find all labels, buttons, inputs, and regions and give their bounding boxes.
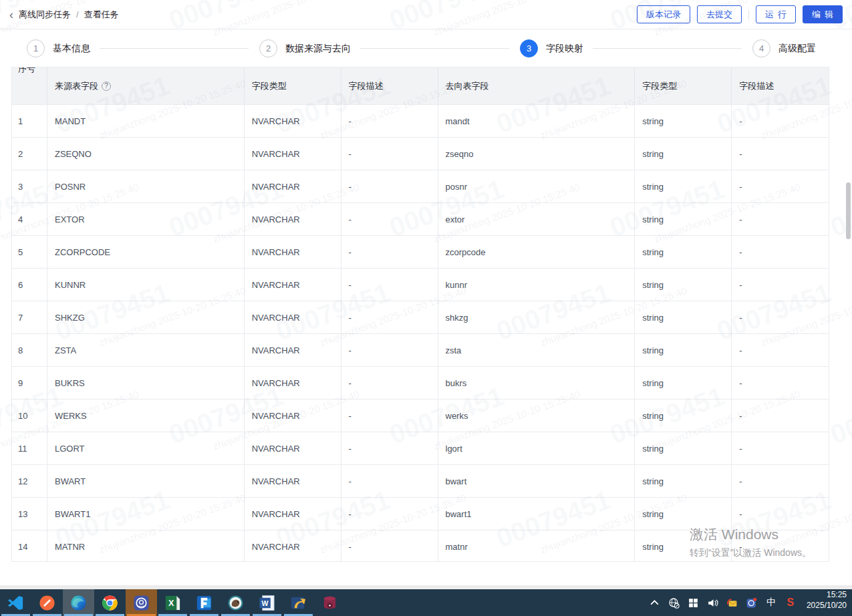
- column-header-2: 字段类型: [245, 67, 341, 104]
- cell-source-field: LGORT: [47, 432, 245, 464]
- cell-source-field: BUKRS: [47, 367, 245, 399]
- breadcrumb-parent[interactable]: 离线同步任务: [19, 9, 71, 21]
- cell-row-number: 14: [12, 530, 47, 562]
- network-globe-icon[interactable]: [668, 596, 681, 609]
- cell-row-number: 9: [12, 367, 47, 399]
- cell-target-desc: -: [732, 334, 829, 366]
- cell-source-type: NVARCHAR: [245, 465, 341, 497]
- dbeaver-icon: [227, 594, 245, 612]
- cell-target-type: string: [635, 465, 732, 497]
- column-header-3: 字段描述: [341, 67, 438, 104]
- column-header-label: 字段类型: [642, 80, 677, 92]
- clock-date: 2025/10/20: [807, 600, 847, 611]
- cell-row-number: 11: [12, 432, 47, 464]
- excel-icon: X: [164, 594, 182, 612]
- vertical-scrollbar-thumb[interactable]: [846, 182, 851, 239]
- cell-source-type: NVARCHAR: [245, 400, 341, 432]
- chevron-up-icon[interactable]: [648, 596, 662, 609]
- cell-row-number: 2: [12, 138, 47, 170]
- cell-row-number: 12: [12, 465, 47, 497]
- cell-row-number: 10: [12, 400, 47, 432]
- cell-target-desc: -: [732, 236, 829, 268]
- cell-source-desc: -: [341, 170, 438, 202]
- cell-target-type: string: [635, 105, 732, 137]
- volume-icon[interactable]: [706, 596, 720, 609]
- run-button[interactable]: 运行: [756, 5, 796, 23]
- cell-target-desc: -: [732, 105, 829, 137]
- step-2[interactable]: 2数据来源与去向: [259, 39, 360, 57]
- field-mapping-table: 序号来源表字段?字段类型字段描述去向表字段字段类型字段描述1MANDTNVARC…: [11, 67, 829, 562]
- table-row: 4EXTORNVARCHAR-extorstring-: [12, 202, 829, 235]
- cell-row-number: 5: [12, 236, 47, 268]
- cell-source-field: POSNR: [47, 170, 245, 202]
- cell-source-type: NVARCHAR: [245, 498, 341, 530]
- cell-source-type: NVARCHAR: [245, 530, 341, 562]
- taskbar-chrome[interactable]: [94, 589, 126, 616]
- step-connector: [100, 48, 249, 49]
- edit-button[interactable]: 编辑: [803, 5, 843, 23]
- taskbar-excel[interactable]: X: [157, 589, 188, 616]
- taskbar-dbeaver[interactable]: [220, 589, 251, 616]
- taskbar-vscode[interactable]: [0, 589, 31, 616]
- sogou-icon[interactable]: S: [784, 596, 797, 609]
- taskbar-word[interactable]: W: [251, 589, 283, 616]
- taskbar-sync-tool[interactable]: [126, 589, 157, 616]
- ime-zh-indicator[interactable]: 中: [764, 596, 778, 609]
- cell-source-desc: -: [341, 269, 438, 301]
- cell-source-type: NVARCHAR: [245, 432, 341, 464]
- windows-activation-notice: 激活 Windows 转到“设置”以激活 Windows。: [690, 525, 811, 559]
- cell-target-desc: -: [732, 170, 829, 202]
- column-header-label: 去向表字段: [446, 80, 489, 92]
- step-4[interactable]: 4高级配置: [752, 39, 825, 57]
- cell-source-desc: -: [341, 432, 438, 464]
- column-header-label: 字段描述: [349, 80, 384, 92]
- help-icon[interactable]: ?: [102, 82, 111, 91]
- step-1[interactable]: 1基本信息: [27, 39, 100, 57]
- taskbar-clock[interactable]: 15:25 2025/10/20: [804, 589, 852, 616]
- step-3[interactable]: 3字段映射: [520, 39, 593, 57]
- taskbar-blue-f-app[interactable]: [188, 589, 220, 616]
- step-label: 数据来源与去向: [285, 43, 351, 55]
- top-bar: ‹ 离线同步任务 / 查看任务 版本记录 去提交 运行 编辑: [0, 0, 852, 29]
- database-app-icon: [321, 594, 339, 612]
- column-header-5: 字段类型: [635, 67, 732, 104]
- cell-row-number: 7: [12, 301, 47, 333]
- go-submit-button[interactable]: 去提交: [697, 5, 742, 23]
- win-grid-icon[interactable]: [687, 596, 700, 609]
- cell-target-field: bwart1: [438, 498, 635, 530]
- pen-app-icon: [38, 594, 56, 612]
- version-history-button[interactable]: 版本记录: [637, 5, 690, 23]
- back-chevron-icon[interactable]: ‹: [9, 9, 13, 21]
- button-divider: [748, 10, 749, 19]
- cell-target-field: matnr: [438, 530, 635, 562]
- cell-target-desc: -: [732, 203, 829, 235]
- cell-source-type: NVARCHAR: [245, 269, 341, 301]
- cell-target-type: string: [635, 301, 732, 333]
- activation-subtitle: 转到“设置”以激活 Windows。: [690, 547, 811, 559]
- cell-target-field: extor: [438, 203, 635, 235]
- chrome-icon: [101, 594, 119, 612]
- vscode-icon: [7, 594, 25, 612]
- cell-source-desc: -: [341, 465, 438, 497]
- column-header-label: 序号: [18, 67, 35, 75]
- table-row: 9BUKRSNVARCHAR-bukrsstring-: [12, 366, 829, 399]
- table-row: 10WERKSNVARCHAR-werksstring-: [12, 399, 829, 432]
- mail-icon[interactable]: [726, 596, 739, 609]
- cell-target-field: zsta: [438, 334, 635, 366]
- cell-target-type: string: [635, 138, 732, 170]
- system-tray: 中S: [648, 589, 804, 616]
- notification-app-icon[interactable]: [745, 596, 758, 609]
- cell-target-field: posnr: [438, 170, 635, 202]
- taskbar-pen-app[interactable]: [31, 589, 63, 616]
- breadcrumb-separator: /: [76, 9, 79, 19]
- cell-target-field: mandt: [438, 105, 635, 137]
- taskbar-arrow-app[interactable]: [283, 589, 314, 616]
- word-icon: W: [258, 594, 276, 612]
- taskbar-database-app[interactable]: [314, 589, 345, 616]
- header-actions: 版本记录 去提交 运行 编辑: [637, 5, 843, 23]
- cell-source-type: NVARCHAR: [245, 105, 341, 137]
- cell-row-number: 4: [12, 203, 47, 235]
- taskbar-edge[interactable]: [63, 589, 94, 616]
- table-row: 5ZCORPCODENVARCHAR-zcorpcodestring-: [12, 235, 829, 268]
- cell-row-number: 6: [12, 269, 47, 301]
